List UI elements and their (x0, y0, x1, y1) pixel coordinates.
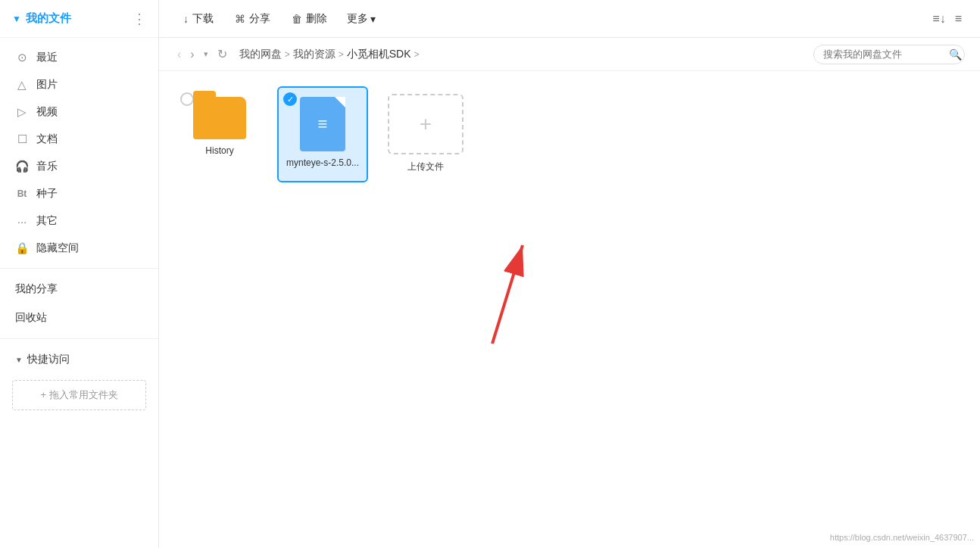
sidebar-item-docs[interactable]: ☐ 文档 (0, 126, 158, 153)
breadcrumb-current: 小觅相机SDK (347, 48, 411, 61)
breadcrumb-nav: ‹ › ▾ ↻ (174, 45, 230, 63)
sidebar-quick-access[interactable]: ▼ 快捷访问 (0, 345, 158, 374)
delete-label: 删除 (306, 12, 327, 26)
file-item-upload[interactable]: + 上传文件 (380, 86, 471, 182)
download-label: 下载 (192, 12, 214, 26)
toolbar: ↓ 下载 ⌘ 分享 🗑 删除 更多 ▾ ≡↓ ≡ (159, 0, 980, 38)
docs-icon: ☐ (15, 132, 29, 146)
file-area: History ✓ ≡ mynteye-s-2.5.0... + 上传文件 (159, 71, 980, 548)
sidebar-item-share[interactable]: 我的分享 (0, 275, 158, 304)
lock-icon: 🔒 (15, 241, 29, 255)
watermark: https://blog.csdn.net/weixin_4637907... (830, 533, 974, 542)
share-icon: ⌘ (235, 13, 245, 25)
download-button[interactable]: ↓ 下载 (174, 8, 223, 30)
breadcrumb-sep3: > (414, 49, 419, 60)
main-content: ↓ 下载 ⌘ 分享 🗑 删除 更多 ▾ ≡↓ ≡ ‹ › ▾ ↻ 我的网盘 (159, 0, 980, 548)
sidebar-title[interactable]: ▼ 我的文件 (12, 11, 71, 26)
trash-label: 回收站 (15, 311, 47, 325)
breadcrumb-level1[interactable]: 我的资源 (293, 48, 336, 61)
sidebar-item-music[interactable]: 🎧 音乐 (0, 153, 158, 180)
sidebar-item-label: 种子 (36, 187, 58, 201)
sidebar: ▼ 我的文件 ⋮ ⊙ 最近 △ 图片 ▷ 视频 ☐ 文档 🎧 音乐 Bt 种子 (0, 0, 159, 548)
sidebar-item-trash[interactable]: 回收站 (0, 304, 158, 332)
file-name-mynteye: mynteye-s-2.5.0... (286, 157, 359, 168)
sort-view-button[interactable]: ≡↓ (929, 9, 948, 29)
breadcrumb-sep1: > (285, 49, 290, 60)
file-name-upload: 上传文件 (407, 160, 444, 173)
upload-plus-icon: + (420, 114, 432, 135)
share-button[interactable]: ⌘ 分享 (226, 8, 279, 30)
sidebar-nav: ⊙ 最近 △ 图片 ▷ 视频 ☐ 文档 🎧 音乐 Bt 种子 ··· 其它 🔒 (0, 38, 158, 548)
breadcrumb-root[interactable]: 我的网盘 (239, 48, 282, 61)
sidebar-collapse-icon[interactable]: ▼ (12, 14, 21, 24)
more-label: 更多 (347, 12, 368, 26)
doc-file-icon-mynteye: ≡ (300, 97, 345, 151)
upload-area[interactable]: + (388, 94, 463, 154)
file-check-history (180, 92, 194, 106)
delete-icon: 🗑 (292, 13, 302, 25)
breadcrumb: ‹ › ▾ ↻ 我的网盘 > 我的资源 > 小觅相机SDK > 🔍 (159, 38, 980, 71)
forward-button[interactable]: › (187, 46, 197, 63)
file-grid: History ✓ ≡ mynteye-s-2.5.0... + 上传文件 (174, 86, 965, 182)
quick-access-label: 快捷访问 (27, 353, 70, 366)
bt-icon: Bt (15, 188, 29, 199)
music-icon: 🎧 (15, 160, 29, 173)
sidebar-item-label: 音乐 (36, 160, 58, 173)
sidebar-item-label: 其它 (36, 214, 58, 228)
sidebar-item-hidden[interactable]: 🔒 隐藏空间 (0, 235, 158, 262)
sidebar-item-video[interactable]: ▷ 视频 (0, 98, 158, 126)
sidebar-item-images[interactable]: △ 图片 (0, 71, 158, 98)
sidebar-divider2 (0, 338, 158, 339)
recent-icon: ⊙ (15, 51, 29, 64)
sidebar-item-bt[interactable]: Bt 种子 (0, 180, 158, 207)
svg-line-1 (492, 245, 523, 344)
sidebar-item-other[interactable]: ··· 其它 (0, 207, 158, 235)
sidebar-item-label: 文档 (36, 132, 58, 146)
share-label: 分享 (249, 12, 270, 26)
sidebar-title-text: 我的文件 (26, 11, 71, 26)
doc-symbol: ≡ (318, 114, 328, 134)
sidebar-item-label: 隐藏空间 (36, 241, 79, 255)
sidebar-item-label: 图片 (36, 78, 58, 92)
delete-button[interactable]: 🗑 删除 (282, 8, 336, 30)
sidebar-more-icon[interactable]: ⋮ (133, 11, 146, 27)
file-item-history[interactable]: History (174, 86, 265, 182)
more-dropdown-icon: ▾ (370, 13, 376, 25)
add-folder-label: + 拖入常用文件夹 (40, 389, 117, 400)
sidebar-divider (0, 268, 158, 269)
share-label: 我的分享 (15, 282, 58, 296)
view-controls: ≡↓ ≡ (929, 9, 965, 29)
folder-icon-history (193, 97, 246, 139)
search-input[interactable] (823, 48, 944, 60)
arrow-annotation (447, 223, 583, 359)
file-item-mynteye[interactable]: ✓ ≡ mynteye-s-2.5.0... (277, 86, 368, 182)
refresh-button[interactable]: ↻ (214, 45, 230, 63)
file-check-mynteye: ✓ (283, 92, 297, 106)
dropdown-button[interactable]: ▾ (201, 48, 211, 61)
download-icon: ↓ (183, 13, 189, 25)
file-name-history: History (205, 145, 233, 156)
other-icon: ··· (15, 215, 29, 228)
sidebar-item-recent[interactable]: ⊙ 最近 (0, 44, 158, 71)
sidebar-item-label: 视频 (36, 105, 58, 119)
grid-view-button[interactable]: ≡ (952, 9, 965, 29)
breadcrumb-path: 我的网盘 > 我的资源 > 小觅相机SDK > (239, 48, 420, 61)
sidebar-add-folder[interactable]: + 拖入常用文件夹 (12, 380, 146, 410)
breadcrumb-sep2: > (339, 49, 344, 60)
quick-access-arrow: ▼ (15, 356, 23, 364)
video-icon: ▷ (15, 105, 29, 119)
back-button[interactable]: ‹ (174, 46, 184, 63)
more-button[interactable]: 更多 ▾ (339, 8, 383, 30)
sidebar-header: ▼ 我的文件 ⋮ (0, 0, 158, 38)
search-box: 🔍 (813, 45, 965, 64)
search-button[interactable]: 🔍 (949, 48, 962, 61)
images-icon: △ (15, 78, 29, 92)
sidebar-item-label: 最近 (36, 51, 58, 64)
